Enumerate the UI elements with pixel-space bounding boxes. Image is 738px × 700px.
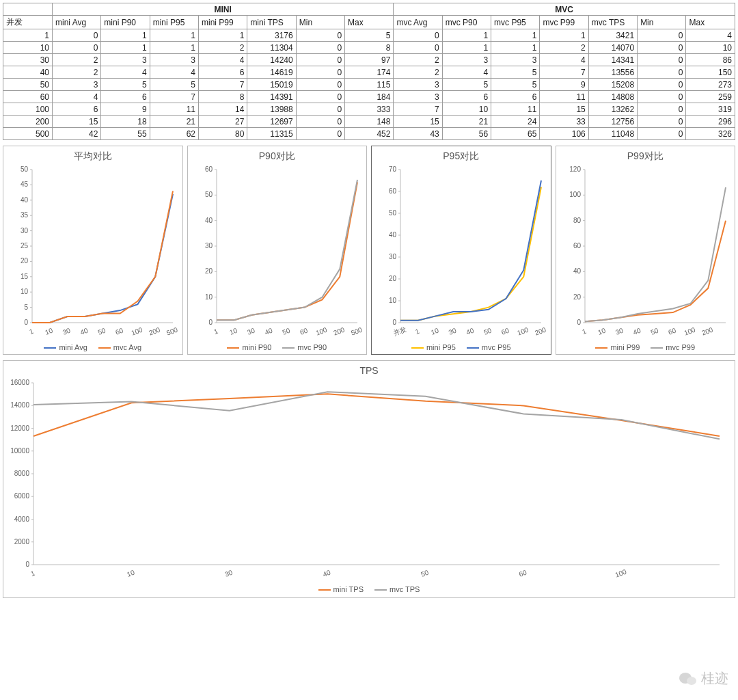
svg-text:200: 200 [700,326,714,337]
cell: 200 [3,116,53,128]
cell: 13556 [588,66,637,79]
cell: 14391 [247,91,296,103]
svg-text:0: 0 [25,561,29,568]
group-mvc: MVC [394,3,735,16]
cell: 18 [101,116,150,128]
cell: 0 [638,116,686,128]
cell: 4 [150,66,198,79]
svg-text:1: 1 [213,327,219,335]
small-charts-row: 平均对比 05101520253035404550110304050601002… [3,146,735,355]
cell: 15 [540,103,588,116]
cell: 7 [394,103,442,116]
svg-text:200: 200 [332,326,346,337]
col-header: Max [345,16,394,29]
svg-text:200: 200 [148,326,161,337]
cell: 56 [442,128,491,140]
cell: 15019 [247,79,296,91]
svg-text:50: 50 [482,326,493,336]
cell: 6 [199,66,247,79]
cell: 3176 [247,29,296,42]
data-table: MINI MVC 并发mini Avgmini P90mini P95mini … [3,3,735,140]
svg-text:60: 60 [667,326,677,336]
svg-text:2000: 2000 [14,538,30,546]
col-header: Min [296,16,344,29]
svg-text:20: 20 [204,267,213,275]
svg-text:10: 10 [389,297,397,304]
cell: 0 [296,42,344,54]
cell: 0 [638,103,686,116]
cell: 5 [442,79,491,91]
cell: 500 [3,128,53,140]
cell: 14 [199,103,247,116]
col-header: Min [638,16,686,29]
cell: 3 [53,79,101,91]
cell: 174 [345,66,394,79]
cell: 4 [540,54,588,66]
table-body: 1011131760501113421041001121130408011214… [3,29,735,140]
legend-item: mvc TPS [374,585,420,593]
cell: 0 [53,42,101,54]
legend-item: mvc Avg [98,343,141,351]
svg-text:30: 30 [389,253,397,260]
cell: 11 [540,91,588,103]
svg-text:20: 20 [389,275,397,282]
cell: 13262 [588,103,637,116]
chart-tps: TPS 020004000600080001000012000140001600… [3,360,735,598]
svg-text:100: 100 [314,326,328,337]
cell: 115 [345,79,394,91]
svg-text:30: 30 [246,326,256,336]
svg-text:并发: 并发 [392,325,408,337]
cell: 7 [199,79,247,91]
svg-text:14000: 14000 [10,401,29,409]
svg-text:35: 35 [20,211,29,219]
svg-text:25: 25 [20,242,29,250]
table-row: 50042556280113150452435665106110480326 [3,128,735,140]
cell: 100 [3,103,53,116]
svg-text:40: 40 [322,568,332,578]
cell: 4 [53,91,101,103]
table-row: 30233414240097233414341086 [3,54,735,66]
svg-text:30: 30 [62,326,72,336]
svg-text:8000: 8000 [14,470,30,477]
svg-text:30: 30 [448,326,458,336]
cell: 3421 [588,29,637,42]
cell: 0 [296,66,344,79]
cell: 148 [345,116,394,128]
col-header: mini P90 [101,16,150,29]
cell: 0 [296,79,344,91]
cell: 8 [199,91,247,103]
cell: 14240 [247,54,296,66]
cell: 12697 [247,116,296,128]
svg-text:30: 30 [20,227,29,234]
cell: 0 [53,29,101,42]
svg-text:60: 60 [573,242,581,250]
col-header: Max [686,16,735,29]
svg-text:40: 40 [573,267,581,275]
cell: 184 [345,91,394,103]
cell: 0 [638,128,686,140]
legend-item: mvc P95 [467,343,511,351]
cell: 50 [3,79,53,91]
cell: 4 [199,54,247,66]
svg-text:0: 0 [24,319,28,326]
svg-text:45: 45 [20,180,29,188]
cell: 9 [101,103,150,116]
cell: 13988 [247,103,296,116]
chart-avg: 平均对比 05101520253035404550110304050601002… [3,146,183,355]
chart-p95: P95对比 010203040506070并发11030405060100200… [371,146,551,355]
svg-text:60: 60 [518,568,528,578]
cell: 1 [491,29,540,42]
svg-text:500: 500 [350,326,363,337]
legend-item: mini Avg [44,343,87,351]
cell: 1 [540,29,588,42]
group-mini: MINI [53,3,394,16]
cell: 0 [638,42,686,54]
legend-item: mini P90 [227,343,271,351]
cell: 5 [491,79,540,91]
cell: 3 [101,54,150,66]
svg-text:40: 40 [465,326,476,336]
cell: 0 [638,54,686,66]
cell: 11315 [247,128,296,140]
cell: 1 [442,42,491,54]
cell: 3 [394,91,442,103]
